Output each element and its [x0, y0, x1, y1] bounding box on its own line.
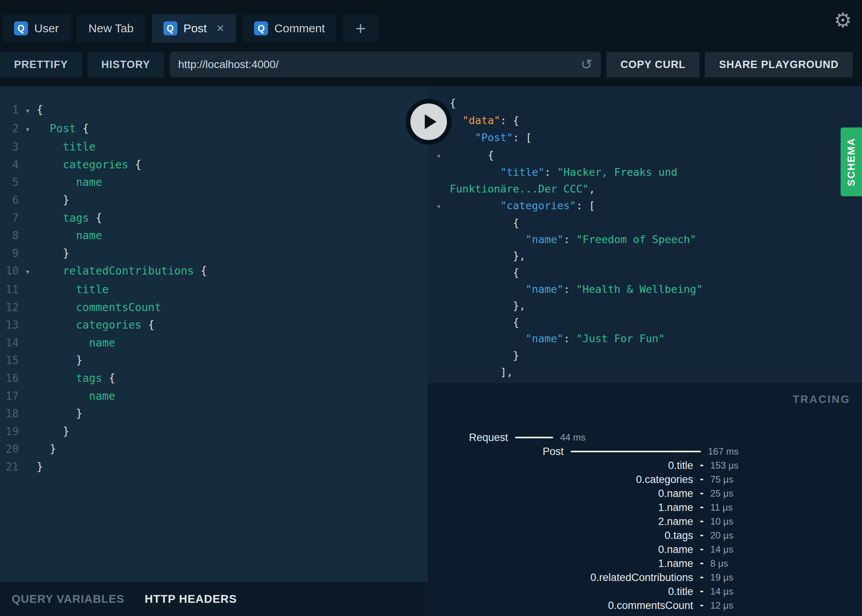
line-number: 16 — [0, 369, 19, 387]
code-token: "Just For Fun" — [576, 332, 665, 345]
code-token — [450, 114, 463, 126]
endpoint-url-bar: ↺ — [170, 52, 601, 77]
trace-label: 0.commentsCount — [428, 600, 693, 612]
fold-caret-icon[interactable]: ▾ — [19, 102, 37, 120]
code-line: 2▾ Post { — [0, 120, 428, 138]
code-token: { — [450, 316, 519, 328]
line-number: 11 — [0, 281, 19, 299]
trace-time: 44 ms — [560, 432, 585, 443]
trace-time: 153 μs — [710, 460, 739, 471]
code-line: 4 categories { — [0, 156, 428, 174]
trace-label: 0.name — [428, 544, 693, 556]
code-line: ▾ "Post": [ — [428, 130, 862, 147]
trace-bar — [700, 577, 703, 578]
code-token: : { — [500, 114, 519, 126]
code-line: 10▾ relatedContributions { — [0, 262, 428, 281]
share-playground-button[interactable]: SHARE PLAYGROUND — [705, 52, 853, 77]
code-token: { — [142, 318, 155, 331]
code-token — [450, 233, 526, 245]
line-number: 10 — [0, 262, 19, 280]
code-line: 8 name — [0, 227, 428, 245]
tab-post[interactable]: QPost✕ — [152, 14, 237, 43]
trace-bar — [515, 437, 553, 438]
trace-row: 0.tags20 μs — [428, 528, 850, 542]
code-line: 17 name — [0, 387, 428, 405]
query-badge-icon: Q — [163, 21, 177, 35]
reload-icon[interactable]: ↺ — [581, 58, 592, 72]
code-line: "name": "Just For Fun" — [428, 331, 862, 347]
trace-time: 8 μs — [710, 558, 728, 569]
code-line: 19 } — [0, 423, 428, 441]
code-token: "name" — [526, 233, 564, 245]
fold-caret-icon[interactable]: ▾ — [19, 263, 37, 281]
code-token: : — [564, 233, 576, 245]
prettify-button[interactable]: PRETTIFY — [0, 52, 82, 77]
bottom-tab-bar: QUERY VARIABLES HTTP HEADERS — [0, 582, 428, 616]
url-input[interactable] — [178, 58, 581, 71]
http-headers-tab[interactable]: HTTP HEADERS — [145, 593, 237, 606]
query-badge-icon: Q — [254, 21, 268, 35]
query-editor[interactable]: 1▾{2▾ Post {3 title4 categories {5 name6… — [0, 86, 428, 582]
trace-label: 0.tags — [428, 530, 693, 542]
trace-row: Post167 ms — [428, 444, 850, 458]
trace-bar — [700, 507, 703, 508]
tracing-panel: TRACING Request44 msPost167 ms0.title153… — [428, 383, 862, 616]
code-line: }, — [428, 298, 862, 314]
code-token: { — [37, 103, 43, 116]
query-variables-tab[interactable]: QUERY VARIABLES — [12, 593, 124, 606]
tab-user[interactable]: QUser — [2, 14, 70, 43]
copy-curl-button[interactable]: COPY CURL — [606, 52, 700, 77]
trace-bar — [700, 535, 703, 536]
code-token — [450, 131, 475, 144]
code-token: { — [128, 158, 142, 171]
schema-tab[interactable]: SCHEMA — [841, 128, 862, 196]
trace-label: 0.name — [428, 488, 693, 500]
trace-bar — [700, 605, 703, 606]
tab-comment[interactable]: QComment — [242, 14, 336, 43]
trace-time: 11 μs — [710, 502, 732, 513]
code-token — [37, 318, 76, 331]
code-token: } — [37, 460, 43, 473]
code-token — [37, 158, 63, 171]
new-tab-button[interactable]: + — [343, 14, 378, 43]
code-token: { — [450, 97, 456, 109]
code-token — [37, 372, 76, 385]
trace-row: Request44 ms — [428, 430, 850, 444]
line-number: 17 — [0, 387, 19, 405]
fold-caret-icon[interactable]: ▾ — [428, 148, 450, 164]
code-line: 15 } — [0, 352, 428, 369]
trace-time: 14 μs — [710, 544, 733, 555]
code-line: ▾ { — [428, 147, 862, 164]
line-number: 1 — [0, 101, 19, 119]
trace-row: 0.name14 μs — [428, 542, 850, 556]
code-line: 20 } — [0, 440, 428, 458]
close-tab-icon[interactable]: ✕ — [216, 23, 225, 35]
code-line: 7 tags { — [0, 209, 428, 227]
fold-caret-icon[interactable]: ▾ — [19, 121, 37, 138]
code-token — [450, 166, 500, 178]
fold-caret-icon[interactable]: ▾ — [428, 198, 450, 215]
trace-row: 1.name8 μs — [428, 556, 850, 570]
code-token — [450, 332, 526, 345]
line-number: 15 — [0, 352, 19, 369]
code-line: 21} — [0, 458, 428, 476]
tabs-container: QUserNew TabQPost✕QComment+ — [2, 14, 378, 43]
trace-time: 12 μs — [710, 600, 733, 611]
line-number: 14 — [0, 334, 19, 352]
code-token: name — [76, 229, 102, 242]
code-token: } — [37, 194, 69, 206]
trace-rows: Request44 msPost167 ms0.title153 μs0.cat… — [428, 430, 850, 612]
code-token — [37, 122, 50, 135]
history-button[interactable]: HISTORY — [88, 52, 165, 77]
code-line: 13 categories { — [0, 316, 428, 334]
code-token — [37, 212, 63, 224]
code-token: : — [545, 166, 557, 178]
code-token: categories — [63, 158, 128, 171]
line-number: 8 — [0, 227, 19, 245]
execute-button[interactable] — [410, 103, 447, 140]
tab-new-tab[interactable]: New Tab — [77, 14, 145, 43]
trace-time: 167 ms — [708, 446, 739, 457]
code-line: 16 tags { — [0, 369, 428, 387]
settings-gear-icon[interactable]: ⚙ — [834, 10, 852, 30]
code-line: ▾{ — [428, 95, 862, 112]
